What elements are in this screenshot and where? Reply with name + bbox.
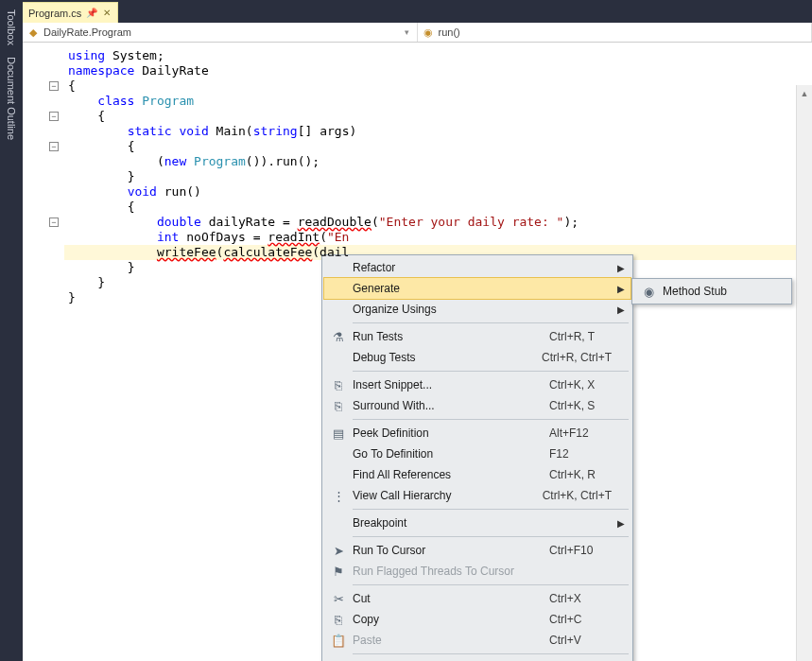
- sidebar-toolwindows: Toolbox Document Outline: [0, 0, 23, 661]
- surround-icon: ⎘: [326, 399, 351, 413]
- code-line[interactable]: void run(): [68, 184, 812, 200]
- code-line[interactable]: double dailyRate = readDouble("Enter you…: [68, 215, 812, 230]
- context-menu: Refactor▶Generate▶Organize Usings▶⚗Run T…: [321, 254, 633, 661]
- menu-separator: [353, 509, 629, 510]
- menu-label: Run To Cursor: [351, 544, 527, 557]
- cut-icon: ✂: [326, 592, 351, 606]
- snippet-icon: ⎘: [326, 378, 351, 392]
- menu-shortcut: Alt+F12: [527, 426, 612, 440]
- menu-separator: [353, 371, 629, 372]
- code-line[interactable]: namespace DailyRate: [68, 63, 812, 78]
- method-icon: ◉: [422, 26, 435, 39]
- nav-class-label: DailyRate.Program: [43, 26, 131, 38]
- editor-tab-program[interactable]: Program.cs 📌 ✕: [23, 2, 118, 23]
- fold-toggle[interactable]: −: [49, 217, 59, 227]
- menu-item-run-to-cursor[interactable]: ➤Run To CursorCtrl+F10: [324, 540, 631, 561]
- code-line[interactable]: }: [68, 260, 812, 275]
- nav-method-label: run(): [439, 26, 460, 38]
- menu-separator: [353, 653, 629, 654]
- sidebar-tab-toolbox[interactable]: Toolbox: [4, 4, 19, 51]
- menu-shortcut: Ctrl+R, Ctrl+T: [519, 351, 612, 364]
- menu-label: Insert Snippet...: [351, 378, 527, 391]
- menu-shortcut: Ctrl+V: [527, 634, 612, 647]
- code-line[interactable]: {: [68, 109, 812, 124]
- code-line[interactable]: {: [68, 78, 812, 94]
- code-line[interactable]: writeFee(calculateFee(dail: [68, 245, 812, 260]
- chevron-right-icon: ▶: [617, 304, 625, 315]
- menu-shortcut: Ctrl+F10: [527, 544, 612, 557]
- code-line[interactable]: static void Main(string[] args): [68, 124, 812, 139]
- editor-tabbar: Program.cs 📌 ✕: [23, 0, 812, 23]
- cursor-icon: ➤: [326, 544, 351, 558]
- flask-icon: ⚗: [326, 330, 351, 344]
- menu-item-breakpoint[interactable]: Breakpoint▶: [324, 513, 631, 533]
- code-line[interactable]: class Program: [68, 94, 812, 109]
- menu-shortcut: Ctrl+C: [527, 613, 612, 626]
- menu-label: Run Flagged Threads To Cursor: [351, 565, 612, 578]
- nav-class-dropdown[interactable]: ◆ DailyRate.Program ▾: [23, 23, 418, 42]
- menu-label: Debug Tests: [351, 351, 519, 364]
- menu-label: Surround With...: [351, 399, 527, 412]
- menu-shortcut: Ctrl+K, X: [527, 378, 612, 391]
- paste-icon: 📋: [326, 634, 351, 648]
- class-icon: ◆: [26, 26, 40, 39]
- menu-label: Find All References: [351, 468, 527, 481]
- menu-item-insert-snippet[interactable]: ⎘Insert Snippet...Ctrl+K, X: [324, 374, 631, 395]
- menu-item-outlining[interactable]: Outlining▶: [324, 657, 631, 661]
- menu-item-go-to-definition[interactable]: Go To DefinitionF12: [324, 444, 631, 464]
- menu-label: Peek Definition: [351, 426, 527, 440]
- menu-label: Breakpoint: [351, 516, 612, 530]
- menu-label: Go To Definition: [351, 447, 527, 461]
- peek-icon: ▤: [326, 426, 351, 441]
- menu-label: View Call Hierarchy: [351, 489, 520, 502]
- menu-shortcut: Ctrl+K, Ctrl+T: [520, 489, 612, 502]
- chevron-down-icon: ▾: [405, 27, 413, 37]
- sidebar-tab-document-outline[interactable]: Document Outline: [4, 51, 19, 146]
- chevron-right-icon: ▶: [617, 518, 625, 529]
- code-line[interactable]: }: [68, 275, 812, 290]
- code-line[interactable]: {: [68, 139, 812, 154]
- menu-shortcut: Ctrl+X: [527, 592, 612, 605]
- menu-label: Cut: [351, 592, 527, 605]
- fold-toggle[interactable]: −: [49, 112, 59, 121]
- menu-item-surround-with[interactable]: ⎘Surround With...Ctrl+K, S: [324, 395, 631, 416]
- menu-separator: [353, 536, 629, 537]
- menu-item-debug-tests[interactable]: Debug TestsCtrl+R, Ctrl+T: [324, 347, 631, 368]
- menu-shortcut: Ctrl+K, R: [527, 468, 612, 481]
- menu-item-run-tests[interactable]: ⚗Run TestsCtrl+R, T: [324, 326, 631, 347]
- menu-item-view-call-hierarchy[interactable]: ⋮View Call HierarchyCtrl+K, Ctrl+T: [324, 485, 631, 506]
- code-line[interactable]: int noOfDays = readInt("En: [68, 230, 812, 245]
- code-line[interactable]: {: [68, 200, 812, 215]
- tab-filename: Program.cs: [28, 8, 81, 19]
- code-nav-bar: ◆ DailyRate.Program ▾ ◉ run(): [23, 23, 812, 43]
- code-line[interactable]: }: [68, 290, 812, 305]
- editor-gutter: −−−−: [23, 43, 64, 661]
- menu-item-paste: 📋PasteCtrl+V: [324, 630, 631, 651]
- menu-label: Paste: [351, 634, 527, 647]
- menu-separator: [353, 584, 629, 585]
- menu-item-run-flagged-threads-to-cursor: ⚑Run Flagged Threads To Cursor: [324, 561, 631, 582]
- code-line[interactable]: }: [68, 169, 812, 184]
- pin-icon[interactable]: 📌: [87, 9, 96, 18]
- copy-icon: ⎘: [326, 613, 351, 627]
- menu-item-find-all-references[interactable]: Find All ReferencesCtrl+K, R: [324, 464, 631, 485]
- nav-method-dropdown[interactable]: ◉ run(): [418, 23, 813, 42]
- menu-label: Run Tests: [351, 330, 527, 343]
- menu-item-peek-definition[interactable]: ▤Peek DefinitionAlt+F12: [324, 423, 631, 444]
- menu-label: Copy: [351, 613, 527, 626]
- menu-separator: [353, 322, 629, 323]
- hierarchy-icon: ⋮: [326, 489, 351, 503]
- code-line[interactable]: (new Program()).run();: [68, 154, 812, 169]
- menu-item-copy[interactable]: ⎘CopyCtrl+C: [324, 609, 631, 630]
- close-icon[interactable]: ✕: [102, 9, 112, 18]
- fold-toggle[interactable]: −: [49, 142, 59, 151]
- menu-shortcut: Ctrl+K, S: [527, 399, 612, 412]
- code-line[interactable]: using System;: [68, 48, 812, 63]
- menu-shortcut: F12: [527, 447, 612, 461]
- flag-icon: ⚑: [326, 565, 351, 579]
- fold-toggle[interactable]: −: [49, 81, 59, 91]
- menu-separator: [353, 419, 629, 420]
- menu-shortcut: Ctrl+R, T: [527, 330, 612, 343]
- menu-item-cut[interactable]: ✂CutCtrl+X: [324, 588, 631, 609]
